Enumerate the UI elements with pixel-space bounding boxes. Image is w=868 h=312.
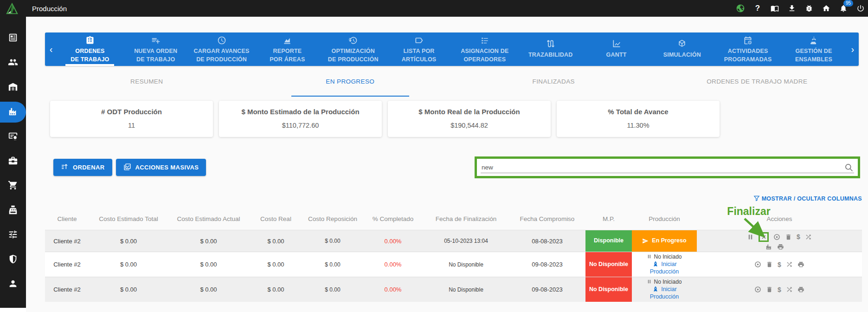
cell-costo-estimado-total: $ 0.00 — [89, 230, 168, 252]
sidebar-item-production[interactable] — [0, 102, 26, 123]
cell-costo-estimado-actual: $ 0.00 — [168, 252, 249, 277]
delete-action-icon[interactable] — [785, 234, 792, 240]
search-input[interactable] — [477, 164, 844, 171]
line-chart-icon — [612, 39, 621, 50]
cell-produccion: En Progreso — [632, 230, 697, 252]
tab-en-progreso[interactable]: EN PROGRESO — [249, 66, 452, 97]
nav-tab-ordenes-de-trabajo[interactable]: ORDENES DE TRABAJO — [57, 32, 123, 66]
help-icon[interactable]: ? — [753, 4, 762, 13]
nav-tab-optimizacion[interactable]: OPTIMIZACIÓN DE PRODUCCIÓN — [320, 32, 386, 66]
metric-cards: # ODT Producción 11 $ Monto Estimado de … — [50, 101, 720, 137]
nav-tab-label: DE PRODUCCIÓN — [328, 56, 379, 63]
acciones-masivas-button[interactable]: ACCIONES MASIVAS — [116, 159, 206, 176]
nav-tab-label: DE TRABAJO — [71, 56, 109, 63]
nav-tab-nueva-orden[interactable]: NUEVA ORDEN DE TRABAJO — [123, 32, 189, 66]
status-tabs: RESUMEN EN PROGRESO FINALIZADAS ORDENES … — [45, 66, 859, 97]
cell-costo-reposicion: $ 0.00 — [302, 252, 363, 277]
iniciar-produccion-link-2[interactable]: Producción — [650, 293, 679, 300]
sidebar-item-toolbox[interactable] — [0, 149, 26, 174]
nav-next-icon[interactable]: › — [847, 32, 859, 66]
nav-tab-trazabilidad[interactable]: TRAZABILIDAD — [518, 32, 584, 66]
home-icon[interactable] — [822, 4, 831, 13]
produccion-status-badge[interactable]: En Progreso — [632, 230, 697, 252]
download-icon[interactable] — [787, 4, 797, 13]
produccion-status: No Iniciado — [647, 279, 682, 285]
tab-finalizadas[interactable]: FINALIZADAS — [452, 66, 656, 97]
iniciar-produccion-link[interactable]: Iniciar — [652, 286, 676, 293]
pause-action-icon[interactable] — [747, 234, 754, 240]
nav-tab-gestion-ensambles[interactable]: GESTIÓN DE ENSAMBLES — [781, 32, 847, 66]
shuffle-action-icon[interactable] — [805, 234, 812, 240]
card-title: $ Monto Estimado de la Producción — [223, 108, 378, 116]
nav-tab-label: ARTÍCULOS — [402, 56, 437, 63]
sidebar-item-users[interactable] — [0, 51, 26, 75]
notifications-icon[interactable]: 95 — [839, 4, 848, 13]
card-title: % Total de Avance — [560, 108, 716, 116]
view-action-icon[interactable] — [754, 261, 761, 268]
view-action-icon[interactable] — [754, 286, 761, 293]
iniciar-produccion-link-2[interactable]: Producción — [650, 268, 679, 275]
finalizar-action-icon[interactable] — [759, 232, 769, 242]
nav-tab-simulacion[interactable]: SIMULACIÓN — [649, 32, 715, 66]
delete-action-icon[interactable] — [766, 286, 773, 293]
nav-tab-gantt[interactable]: GANTT — [584, 32, 649, 66]
nav-tab-label: DE TRABAJO — [136, 56, 175, 63]
sidebar-item-certificates[interactable] — [0, 124, 26, 149]
cost-action-icon[interactable]: $ — [778, 286, 781, 293]
view-action-icon[interactable] — [773, 234, 780, 240]
print-action-icon[interactable] — [777, 243, 784, 250]
delete-action-icon[interactable] — [766, 261, 773, 268]
area-chart-icon — [283, 36, 292, 46]
cost-action-icon[interactable]: $ — [778, 261, 781, 268]
cell-cliente: Cliente #2 — [45, 230, 89, 252]
cell-costo-real: $ 0.00 — [249, 252, 302, 277]
shuffle-action-icon[interactable] — [786, 261, 793, 268]
show-hide-columns-link[interactable]: MOSTRAR / OCULTAR COLUMNAS — [45, 195, 862, 202]
clipboard-icon — [85, 36, 95, 46]
tab-resumen[interactable]: RESUMEN — [45, 66, 249, 97]
sidebar-item-account[interactable] — [0, 272, 26, 297]
nav-prev-icon[interactable]: ‹ — [45, 32, 57, 66]
cell-costo-reposicion: $ 0.00 — [302, 230, 363, 252]
iniciar-produccion-link[interactable]: Iniciar — [652, 260, 676, 268]
col-mp: M.P. — [585, 206, 632, 230]
sidebar-item-sales[interactable] — [0, 198, 26, 223]
print-action-icon[interactable] — [797, 261, 804, 268]
cell-costo-estimado-total: $ 0.00 — [89, 277, 168, 302]
factory-action-icon[interactable] — [765, 243, 772, 250]
nav-tab-asignacion-operadores[interactable]: ASIGNACION DE OPERADORES — [452, 32, 518, 66]
cell-mp: Disponible — [585, 230, 632, 252]
nav-tab-label: GANTT — [606, 52, 627, 58]
ordenar-button[interactable]: ORDENAR — [53, 159, 112, 176]
col-costo-estimado-total: Costo Estimado Total — [89, 206, 168, 230]
person-icon — [8, 279, 18, 291]
nav-tab-lista-articulos[interactable]: LISTA POR ARTÍCULOS — [386, 32, 452, 66]
card-odt-produccion: # ODT Producción 11 — [50, 101, 213, 137]
nav-tab-cargar-avances[interactable]: CARGAR AVANCES DE PRODUCCIÓN — [189, 32, 255, 66]
sidebar-item-news[interactable] — [0, 26, 26, 51]
tab-ordenes-madre[interactable]: ORDENES DE TRABAJO MADRE — [656, 66, 859, 97]
manual-icon[interactable] — [770, 4, 779, 13]
nav-tab-reporte-areas[interactable]: REPORTE POR ÁREAS — [254, 32, 320, 66]
power-icon[interactable] — [856, 4, 865, 13]
orders-table-area: MOSTRAR / OCULTAR COLUMNAS Finalizar Cli… — [45, 195, 862, 302]
print-action-icon[interactable] — [797, 286, 804, 293]
sidebar-item-settings[interactable] — [0, 223, 26, 247]
cost-action-icon[interactable]: $ — [797, 233, 800, 240]
cell-completado: 0.00% — [363, 277, 423, 302]
cell-cliente: Cliente #2 — [45, 252, 89, 277]
shuffle-action-icon[interactable] — [786, 286, 793, 293]
clock-icon — [217, 36, 226, 46]
bug-report-icon[interactable] — [804, 4, 814, 13]
search-icon[interactable] — [844, 163, 854, 172]
language-icon[interactable] — [736, 4, 745, 13]
nav-tab-actividades-programadas[interactable]: ACTIVIDADES PROGRAMADAS — [715, 32, 781, 66]
toolbar: ORDENAR ACCIONES MASIVAS — [53, 156, 860, 178]
table-header-row: Cliente Costo Estimado Total Costo Estim… — [45, 206, 862, 230]
sidebar-item-warehouse[interactable] — [0, 75, 26, 100]
sidebar-item-security[interactable] — [0, 247, 26, 272]
shield-icon — [8, 254, 18, 266]
sidebar-item-purchases[interactable] — [0, 174, 26, 198]
nav-tab-label: ASIGNACION DE — [461, 48, 508, 54]
card-value: 11.30% — [560, 122, 716, 129]
